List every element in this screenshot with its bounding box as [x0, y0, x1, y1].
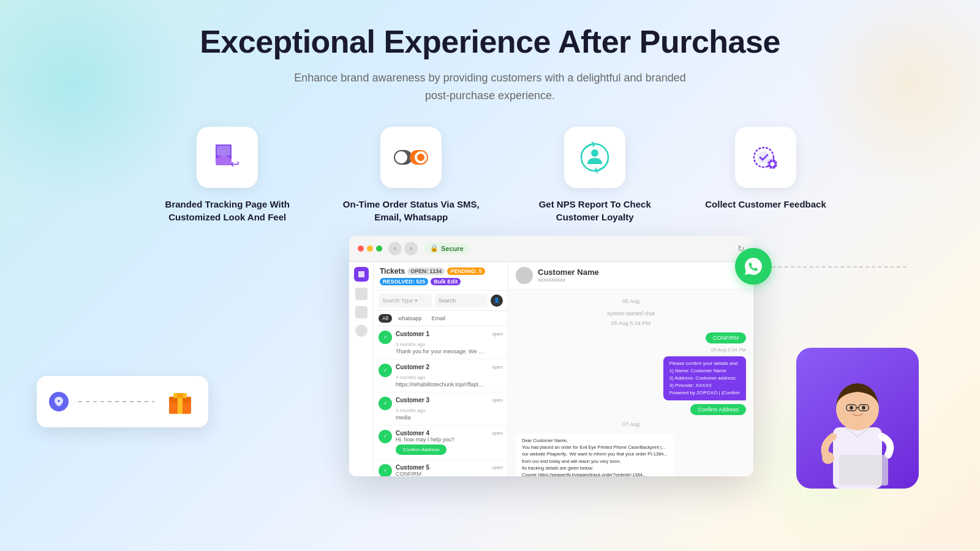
- sidebar-nav-2[interactable]: [355, 306, 368, 318]
- sidebar-nav-1[interactable]: [355, 288, 368, 300]
- customer-status-5: open: [492, 465, 503, 470]
- bulk-edit-btn[interactable]: Bulk Edit: [431, 278, 461, 285]
- forward-button[interactable]: ›: [404, 242, 418, 255]
- browser-container: ‹ › 🔒 Secure ↻: [349, 236, 753, 476]
- customer-time-2: 3 months ago: [396, 375, 425, 380]
- tickets-sidebar: [349, 262, 374, 476]
- bottom-section: ‹ › 🔒 Secure ↻: [0, 236, 980, 476]
- search-icon[interactable]: 👤: [491, 294, 503, 307]
- filter-tabs: All whatsapp Email: [379, 314, 449, 323]
- secure-badge: 🔒 Secure: [424, 242, 470, 254]
- confirm-msg-row: CONFIRM: [516, 332, 746, 343]
- feature-icon-box-nps: [564, 127, 625, 188]
- dashed-line-right: [753, 266, 907, 268]
- tracking-pin-icon: [49, 392, 69, 411]
- customer-status-4: open: [492, 430, 503, 436]
- sms-icon: [393, 145, 429, 170]
- whatsapp-float-button[interactable]: [735, 248, 772, 285]
- filter-email[interactable]: Email: [428, 314, 450, 323]
- customer-item-5[interactable]: ✓ Customer 5 open CONFIRM: [374, 460, 508, 476]
- svg-point-24: [862, 406, 865, 410]
- system-time-msg: 05 Aug 5:34 PM: [516, 320, 746, 326]
- customer-status-1: open: [492, 331, 503, 337]
- customer-item-2[interactable]: ✓ Customer 2 open 3 months ago https://r…: [374, 359, 508, 392]
- customer-info-2: Customer 2 open 3 months ago https://reh…: [396, 364, 503, 388]
- feature-label-tracking: Branded Tracking Page With Customized Lo…: [154, 198, 301, 223]
- customer-msg-4: Hi, how may I help you?: [396, 437, 484, 443]
- customer-info-4: Customer 4 open Hi, how may I help you? …: [396, 430, 503, 455]
- svg-rect-18: [178, 397, 183, 414]
- maximize-button[interactable]: [376, 246, 382, 252]
- msg-time-1: 05 Aug 5:34 PM: [711, 347, 746, 353]
- search-type-dropdown[interactable]: Search Type ▾: [382, 298, 418, 304]
- customer-time-3: 3 months ago: [396, 408, 425, 413]
- chat-customer-name: Customer Name: [538, 268, 599, 277]
- customer-avatar-4: ✓: [379, 430, 392, 443]
- feature-collect-feedback: Collect Customer Feedback: [705, 127, 826, 211]
- feature-label-sms: On-Time Order Status Via SMS, Email, Wha…: [337, 198, 484, 223]
- customer-time-1: 3 months ago: [396, 342, 425, 347]
- customer-item-4[interactable]: ✓ Customer 4 open Hi, how may I help you…: [374, 425, 508, 460]
- badge-pending: PENDING: 5: [447, 268, 485, 275]
- feature-icon-box-tracking: ↩: [197, 127, 258, 188]
- date-divider-1: 05 Aug: [516, 298, 746, 304]
- customer-msg-3: media: [396, 414, 484, 421]
- confirm-address-button[interactable]: Confirm Address: [690, 404, 746, 415]
- svg-point-15: [58, 400, 60, 402]
- search-input-box[interactable]: Search Type ▾: [379, 294, 432, 307]
- tracking-icon: ↩: [211, 141, 244, 174]
- page-wrapper: Exceptional Experience After Purchase En…: [0, 0, 980, 551]
- tickets-title: Tickets: [380, 267, 405, 276]
- chat-customer-sub: xxxxxxxxxx: [538, 277, 599, 283]
- customer-item-3[interactable]: ✓ Customer 3 open 3 months ago media: [374, 392, 508, 425]
- customer-avatar-1: ✓: [379, 331, 392, 344]
- browser-bar: ‹ › 🔒 Secure ↻: [349, 236, 753, 262]
- badge-resolved: RESOLVED: 525: [380, 278, 428, 285]
- page-title: Exceptional Experience After Purchase: [200, 24, 780, 59]
- tickets-ui: Tickets OPEN: 1134 PENDING: 5 RESOLVED: …: [349, 262, 753, 476]
- browser-navigation: ‹ ›: [388, 242, 418, 255]
- customer-name-5: Customer 5: [396, 464, 429, 471]
- customer-avatar-5: ✓: [379, 464, 392, 476]
- customer-status-3: open: [492, 397, 503, 403]
- close-button[interactable]: [358, 246, 364, 252]
- lock-icon: 🔒: [430, 244, 439, 252]
- customer-name-3: Customer 3: [396, 397, 429, 403]
- customer-info-3: Customer 3 open 3 months ago media: [396, 397, 503, 421]
- search-text-input[interactable]: Search: [435, 294, 488, 307]
- browser-mockup: ‹ › 🔒 Secure ↻: [349, 236, 753, 476]
- system-started-msg: system started chat: [516, 310, 746, 317]
- customer-info-5: Customer 5 open CONFIRM: [396, 464, 503, 476]
- secure-label: Secure: [441, 245, 464, 252]
- feature-label-nps: Get NPS Report To Check Customer Loyalty: [521, 198, 668, 223]
- tickets-header: Tickets OPEN: 1134 PENDING: 5 RESOLVED: …: [374, 262, 508, 291]
- svg-point-23: [850, 406, 853, 410]
- browser-window-controls: [358, 246, 382, 252]
- minimize-button[interactable]: [367, 246, 373, 252]
- confirm-btn-4[interactable]: Confirm Address: [396, 444, 447, 455]
- confirm-button[interactable]: CONFIRM: [706, 332, 746, 343]
- sidebar-nav-3[interactable]: [355, 324, 368, 337]
- customer-list: ✓ Customer 1 open 3 months ago Thank you…: [374, 326, 508, 476]
- customer-msg-5: CONFIRM: [396, 471, 484, 476]
- filter-whatsapp[interactable]: whatsapp: [394, 314, 426, 323]
- svg-rect-29: [839, 455, 888, 485]
- person-card: [796, 348, 919, 489]
- date-divider-2: 07 Aug: [516, 421, 746, 427]
- back-button[interactable]: ‹: [388, 242, 402, 255]
- svg-rect-1: [217, 146, 230, 156]
- customer-item-1[interactable]: ✓ Customer 1 open 3 months ago Thank you…: [374, 326, 508, 359]
- feature-order-status: On-Time Order Status Via SMS, Email, Wha…: [337, 127, 484, 223]
- customer-status-2: open: [492, 364, 503, 370]
- customer-name-2: Customer 2: [396, 364, 429, 370]
- feature-nps-report: Get NPS Report To Check Customer Loyalty: [521, 127, 668, 223]
- badge-open: OPEN: 1134: [407, 268, 445, 275]
- features-row: ↩ Branded Tracking Page With Customized …: [154, 127, 826, 223]
- svg-rect-20: [177, 393, 183, 398]
- chat-header: Customer Name xxxxxxxxxx: [508, 262, 753, 290]
- filter-all[interactable]: All: [379, 314, 392, 323]
- customer-name-4: Customer 4: [396, 430, 429, 437]
- customer-name-1: Customer 1: [396, 331, 429, 337]
- confirm-address-row: Confirm Address: [516, 404, 746, 415]
- search-placeholder: Search: [439, 298, 456, 304]
